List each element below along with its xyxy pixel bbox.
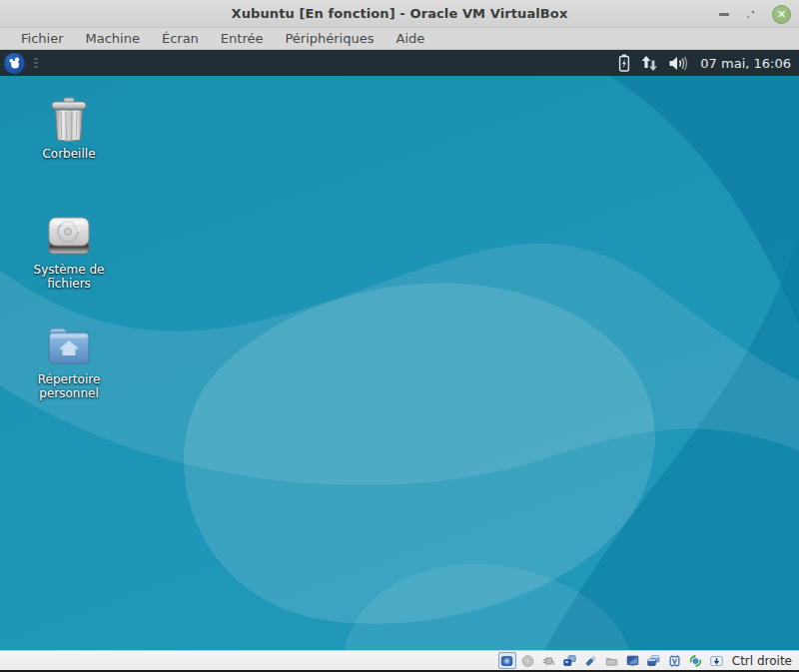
applications-menu-button[interactable]	[4, 53, 25, 74]
menu-ecran[interactable]: Écran	[151, 29, 210, 48]
window-title: Xubuntu [En fonction] - Oracle VM Virtua…	[232, 6, 568, 21]
restore-icon	[745, 9, 756, 20]
menubar: Fichier Machine Écran Entrée Périphériqu…	[0, 28, 799, 50]
host-key-status-indicator[interactable]	[708, 652, 726, 669]
desktop-icon-home[interactable]: Répertoire personnel	[29, 322, 109, 401]
hard-disk-icon	[499, 654, 514, 668]
desktop[interactable]: Corbeille Système de f	[0, 76, 799, 650]
host-key-label: Ctrl droite	[732, 654, 792, 668]
network-icon	[562, 654, 577, 668]
usb-icon	[583, 654, 598, 668]
titlebar[interactable]: Xubuntu [En fonction] - Oracle VM Virtua…	[0, 0, 799, 28]
desktop-icon-label: Système de fichiers	[29, 263, 109, 292]
menu-machine[interactable]: Machine	[75, 29, 151, 48]
xubuntu-mouse-icon	[7, 56, 22, 71]
audio-icon	[541, 654, 556, 668]
display-icon	[625, 654, 640, 668]
display-status-button[interactable]	[624, 652, 642, 669]
desktop-icon-label: Répertoire personnel	[29, 372, 109, 401]
recording-status-button[interactable]	[645, 652, 663, 669]
recording-icon	[646, 654, 661, 668]
host-key-icon	[709, 654, 724, 668]
battery-charging-icon[interactable]	[618, 54, 630, 72]
xfce-panel: 07 mai, 16:06	[0, 50, 799, 76]
desktop-icon-filesystem[interactable]: Système de fichiers	[29, 212, 109, 292]
minimize-button[interactable]	[719, 13, 729, 16]
restore-button[interactable]	[745, 9, 756, 20]
network-updown-icon[interactable]	[641, 56, 658, 71]
menu-entree[interactable]: Entrée	[210, 29, 275, 48]
hard-drive-icon	[45, 212, 93, 260]
features-chip-icon	[667, 654, 682, 668]
menu-fichier[interactable]: Fichier	[10, 29, 75, 48]
audio-status-button[interactable]	[540, 652, 558, 669]
volume-icon[interactable]	[669, 56, 688, 71]
network-status-button[interactable]	[561, 652, 579, 669]
trash-icon	[45, 96, 93, 144]
virtualbox-window: Xubuntu [En fonction] - Oracle VM Virtua…	[0, 0, 799, 672]
desktop-icon-label: Corbeille	[42, 147, 95, 161]
desktop-wallpaper	[0, 76, 799, 650]
panel-clock[interactable]: 07 mai, 16:06	[700, 56, 791, 71]
close-icon: ✕	[777, 9, 786, 20]
panel-handle[interactable]	[34, 58, 38, 68]
hard-disks-status-button[interactable]	[498, 652, 516, 669]
features-status-button[interactable]	[666, 652, 684, 669]
mouse-integration-status-button[interactable]	[687, 652, 705, 669]
window-controls: ✕	[719, 0, 791, 28]
close-button[interactable]: ✕	[772, 5, 791, 24]
system-tray	[618, 54, 688, 72]
desktop-icon-trash[interactable]: Corbeille	[29, 96, 109, 161]
usb-status-button[interactable]	[582, 652, 600, 669]
shared-folder-icon	[604, 654, 619, 668]
menu-aide[interactable]: Aide	[386, 29, 436, 48]
optical-drives-status-button[interactable]	[519, 652, 537, 669]
home-folder-icon	[45, 322, 93, 369]
menu-peripheriques[interactable]: Périphériques	[274, 29, 385, 48]
shared-folders-status-button[interactable]	[603, 652, 621, 669]
mouse-integration-icon	[688, 654, 703, 668]
optical-disc-icon	[520, 654, 535, 668]
statusbar: Ctrl droite	[0, 650, 799, 672]
